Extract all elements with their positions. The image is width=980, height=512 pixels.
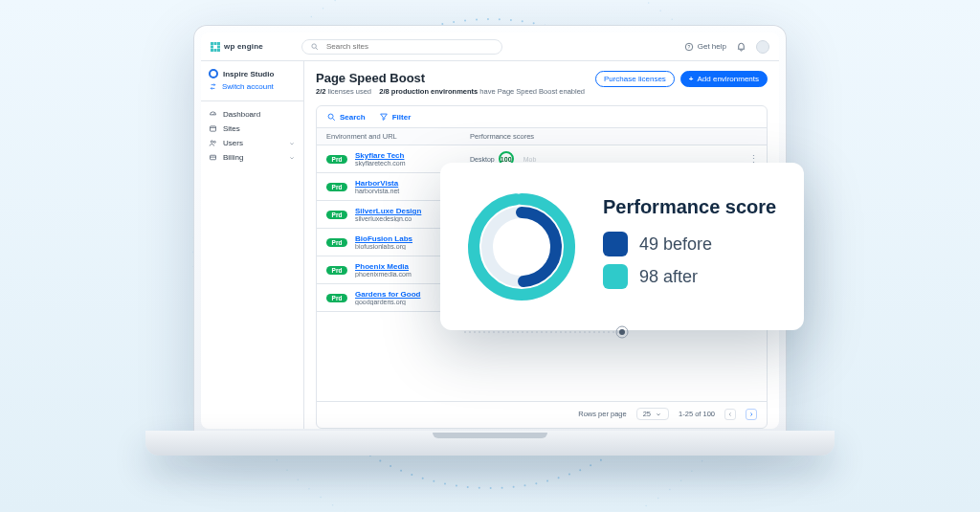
table-filter-label: Filter bbox=[392, 113, 412, 122]
sites-icon bbox=[209, 124, 217, 133]
env-badge: Prd bbox=[326, 211, 347, 219]
rows-per-page-select[interactable]: 25 bbox=[636, 408, 669, 420]
topbar: wp engine ? Get help bbox=[201, 33, 779, 61]
purchase-licenses-button[interactable]: Purchase licenses bbox=[595, 71, 675, 87]
chevron-left-icon bbox=[726, 411, 734, 418]
desktop-label: Desktop bbox=[470, 156, 495, 163]
add-environments-button[interactable]: + Add environments bbox=[680, 71, 768, 87]
legend-after: 98 after bbox=[603, 264, 776, 289]
billing-icon bbox=[209, 153, 217, 162]
svg-rect-9 bbox=[217, 49, 220, 52]
account-name[interactable]: Inspire Studio bbox=[209, 67, 296, 80]
pagination-range: 1-25 of 100 bbox=[679, 410, 715, 418]
svg-point-16 bbox=[211, 141, 212, 143]
topbar-right: ? Get help bbox=[684, 40, 769, 54]
sidebar-item-users[interactable]: Users bbox=[209, 136, 296, 150]
before-value: 49 bbox=[639, 234, 658, 254]
bell-icon[interactable] bbox=[736, 41, 746, 52]
header-actions: Purchase licenses + Add environments bbox=[595, 71, 768, 87]
donut-chart bbox=[459, 189, 584, 304]
after-value: 98 bbox=[639, 267, 658, 286]
mobile-score: Mob bbox=[523, 156, 537, 163]
th-score: Performance scores bbox=[470, 132, 757, 141]
env-badge: Prd bbox=[326, 294, 347, 302]
envs-enabled-count: 2/8 production environments bbox=[379, 87, 478, 96]
plus-icon: + bbox=[689, 75, 694, 83]
search-input-wrap[interactable] bbox=[301, 39, 502, 55]
performance-score-popover: Performance score 49 before 98 after bbox=[440, 163, 804, 330]
page-subtitle: 2/2 licenses used 2/8 production environ… bbox=[316, 87, 585, 96]
row-menu-button[interactable]: ⋮ bbox=[748, 156, 759, 162]
table-head: Environment and URL Performance scores bbox=[317, 128, 767, 145]
svg-rect-3 bbox=[214, 42, 217, 45]
env-name-link[interactable]: Skyflare Tech bbox=[355, 151, 470, 160]
mobile-label: Mob bbox=[523, 156, 537, 163]
next-page-button[interactable] bbox=[746, 409, 757, 420]
account-dot-icon bbox=[209, 69, 218, 78]
page-header: Page Speed Boost 2/2 licenses used 2/8 p… bbox=[316, 71, 768, 96]
svg-rect-4 bbox=[217, 42, 220, 45]
env-badge: Prd bbox=[326, 238, 347, 247]
svg-point-17 bbox=[213, 141, 215, 143]
chevron-down-icon bbox=[288, 154, 296, 162]
before-label: before bbox=[663, 234, 712, 254]
env-badge: Prd bbox=[326, 155, 347, 164]
table-search-button[interactable]: Search bbox=[326, 112, 366, 122]
legend: Performance score 49 before 98 after bbox=[603, 196, 776, 297]
chevron-down-icon bbox=[288, 140, 296, 147]
sidebar-separator bbox=[201, 100, 303, 101]
sidebar-item-dashboard[interactable]: Dashboard bbox=[209, 107, 296, 122]
after-label: after bbox=[663, 267, 698, 286]
sidebar-item-label: Billing bbox=[223, 153, 243, 162]
svg-rect-5 bbox=[211, 45, 213, 48]
help-icon: ? bbox=[684, 42, 694, 52]
search-icon bbox=[326, 112, 336, 122]
svg-rect-2 bbox=[211, 42, 213, 45]
avatar[interactable] bbox=[756, 40, 769, 54]
svg-line-21 bbox=[333, 119, 335, 121]
svg-point-20 bbox=[328, 114, 333, 119]
brand-name: wp engine bbox=[224, 42, 263, 51]
svg-rect-14 bbox=[211, 126, 216, 131]
prev-page-button[interactable] bbox=[724, 409, 736, 420]
svg-rect-6 bbox=[217, 45, 220, 48]
env-badge: Prd bbox=[326, 183, 347, 191]
svg-rect-8 bbox=[214, 49, 217, 52]
dashboard-icon bbox=[209, 110, 217, 119]
switch-account-link[interactable]: Switch account bbox=[209, 80, 296, 97]
switch-icon bbox=[209, 82, 217, 91]
sidebar-item-sites[interactable]: Sites bbox=[209, 122, 296, 136]
popover-title: Performance score bbox=[603, 196, 776, 218]
users-icon bbox=[209, 139, 217, 147]
th-env: Environment and URL bbox=[326, 132, 470, 141]
table-filter-button[interactable]: Filter bbox=[379, 112, 412, 122]
sidebar-item-billing[interactable]: Billing bbox=[209, 150, 296, 165]
svg-text:?: ? bbox=[687, 43, 690, 49]
get-help-link[interactable]: ? Get help bbox=[684, 42, 726, 52]
add-env-label: Add environments bbox=[698, 75, 759, 83]
search-icon bbox=[310, 42, 319, 51]
account-name-label: Inspire Studio bbox=[223, 70, 274, 78]
rows-per-page-label: Rows per page bbox=[578, 410, 626, 418]
brand-logo-icon bbox=[211, 42, 220, 52]
switch-account-label: Switch account bbox=[222, 82, 274, 91]
laptop-base bbox=[145, 431, 835, 456]
title-area: Page Speed Boost 2/2 licenses used 2/8 p… bbox=[316, 71, 585, 96]
get-help-label: Get help bbox=[698, 42, 726, 51]
licenses-used-label: licenses used bbox=[328, 87, 371, 96]
swatch-after bbox=[603, 264, 628, 289]
table-search-label: Search bbox=[340, 113, 366, 122]
chevron-right-icon bbox=[747, 411, 755, 418]
search-input[interactable] bbox=[324, 41, 494, 52]
page-title: Page Speed Boost bbox=[316, 71, 585, 85]
sidebar-item-label: Dashboard bbox=[223, 110, 260, 119]
envs-enabled-label: have Page Speed Boost enabled bbox=[479, 87, 585, 96]
table-toolbar: Search Filter bbox=[317, 106, 767, 128]
donut-svg bbox=[464, 189, 579, 304]
svg-rect-7 bbox=[211, 49, 213, 52]
env-badge: Prd bbox=[326, 266, 347, 275]
licenses-used-count: 2/2 bbox=[316, 87, 325, 96]
brand: wp engine bbox=[211, 42, 263, 52]
filter-icon bbox=[379, 112, 389, 122]
table-footer: Rows per page 25 1-25 of 100 bbox=[317, 401, 767, 428]
